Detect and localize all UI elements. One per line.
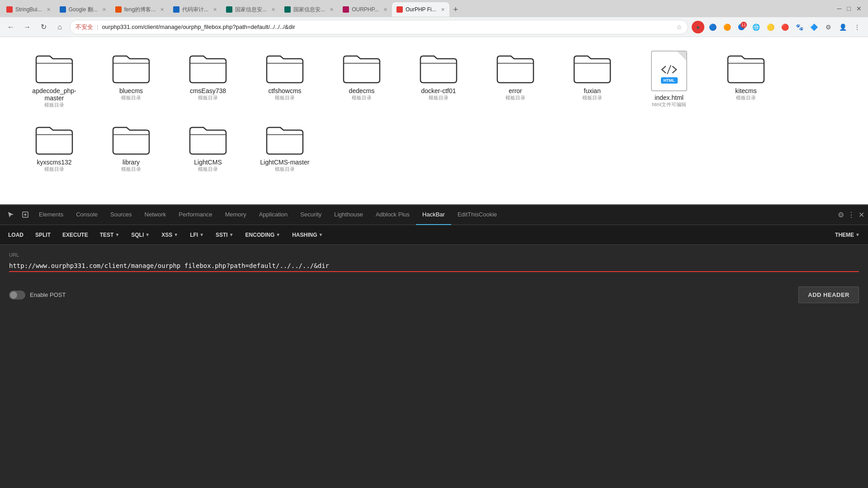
tab-codescan[interactable]: 代码审计... ✕ — [169, 2, 222, 17]
tab-close[interactable]: ✕ — [271, 7, 275, 13]
html-badge: HTML — [661, 77, 678, 84]
tab-label: 国家信息安... — [293, 6, 325, 14]
file-item-bluecms[interactable]: bluecms 模板目录 — [95, 46, 167, 113]
extension-icon-3[interactable]: 🟠 — [721, 21, 733, 33]
hackbar-test-button[interactable]: TEST ▼ — [95, 230, 124, 240]
tab-adblock[interactable]: Adblock Plus — [369, 205, 416, 225]
browser-chrome: StringBui... ✕ Google 翻... ✕ feng的博客... … — [0, 0, 868, 37]
url-label: URL — [9, 252, 859, 258]
file-item-cmseasy[interactable]: cmsEasy738 模板目录 — [172, 46, 244, 113]
tab-memory[interactable]: Memory — [219, 205, 253, 225]
folder-icon — [188, 122, 228, 156]
tab-close[interactable]: ✕ — [47, 7, 51, 13]
address-bar[interactable]: 不安全 | ourphp331.com/client/manage/ourphp… — [70, 20, 688, 34]
extension-icon-5[interactable]: 🟡 — [764, 21, 777, 33]
file-item-dedecms[interactable]: dedecms 模板目录 — [326, 46, 398, 113]
tab-close[interactable]: ✕ — [102, 7, 106, 13]
extension-icon-1[interactable]: ● — [692, 21, 704, 33]
file-item-index-html[interactable]: HTML index.html html文件可编辑 — [633, 46, 705, 113]
extension-icon-2[interactable]: 🔵 — [706, 21, 719, 33]
close-button[interactable]: ✕ — [856, 5, 862, 12]
bookmark-icon[interactable]: ☆ — [676, 23, 682, 31]
hackbar-execute-button[interactable]: EXECUTE — [58, 230, 93, 240]
tab-national2[interactable]: 国家信息安... ✕ — [280, 2, 338, 17]
folder-icon — [341, 51, 382, 84]
tab-ourphp1[interactable]: OURPHP... ✕ — [338, 2, 392, 17]
file-item-apdecode[interactable]: apdecode_php-master 模板目录 — [18, 46, 90, 113]
file-item-lightcms[interactable]: LightCMS 模板目录 — [172, 117, 244, 177]
forward-button[interactable]: → — [21, 21, 33, 33]
tab-close[interactable]: ✕ — [441, 7, 445, 13]
tab-hackbar[interactable]: HackBar — [416, 205, 451, 225]
refresh-button[interactable]: ↻ — [37, 21, 50, 33]
devtools-settings-icon[interactable]: ⚙ — [838, 211, 844, 219]
settings-icon[interactable]: ⚙ — [822, 21, 835, 33]
tab-close[interactable]: ✕ — [160, 7, 164, 13]
menu-icon[interactable]: ⋮ — [851, 21, 863, 33]
hackbar-hashing-button[interactable]: HASHING ▼ — [288, 230, 327, 240]
hackbar-ssti-button[interactable]: SSTI ▼ — [211, 230, 238, 240]
browser-nav-icons: ● 🔵 🟠 🔵 11 🌐 🟡 🔴 🐾 🔷 ⚙ 👤 ⋮ — [692, 21, 863, 33]
tab-sources[interactable]: Sources — [104, 205, 138, 225]
back-button[interactable]: ← — [5, 21, 17, 33]
tab-security[interactable]: Security — [294, 205, 328, 225]
file-item-ctfshowcms[interactable]: ctfshowcms 模板目录 — [249, 46, 321, 113]
url-display: ourphp331.com/client/manage/ourphp_fileb… — [102, 23, 673, 30]
add-header-button[interactable]: ADD HEADER — [798, 286, 859, 303]
extension-icon-8[interactable]: 🔷 — [807, 21, 820, 33]
extension-icon-4[interactable]: 🌐 — [750, 21, 762, 33]
file-item-fuxian[interactable]: fuxian 模板目录 — [556, 46, 628, 113]
devtools-close-icon[interactable]: ✕ — [859, 211, 864, 219]
hackbar-url-input[interactable] — [9, 260, 859, 272]
devtools-inspect-icon[interactable] — [18, 205, 33, 225]
tab-editthiscookie[interactable]: EditThisCookie — [451, 205, 503, 225]
tab-network[interactable]: Network — [138, 205, 173, 225]
profile-icon[interactable]: 👤 — [836, 21, 849, 33]
tab-console[interactable]: Console — [70, 205, 104, 225]
maximize-button[interactable]: □ — [847, 5, 851, 12]
file-name: kitecms — [735, 87, 756, 94]
hackbar-lfi-button[interactable]: LFI ▼ — [185, 230, 208, 240]
devtools-tab-bar: Elements Console Sources Network Perform… — [0, 205, 868, 225]
devtools-more-icon[interactable]: ⋮ — [848, 211, 855, 219]
hackbar-split-button[interactable]: SPLIT — [31, 230, 55, 240]
tab-elements[interactable]: Elements — [33, 205, 70, 225]
tab-google[interactable]: Google 翻... ✕ — [55, 2, 111, 17]
hackbar-theme-button[interactable]: THEME ▼ — [830, 230, 864, 240]
tab-stringbuilder[interactable]: StringBui... ✕ — [2, 2, 55, 17]
devtools-pointer-icon[interactable] — [4, 205, 18, 225]
file-sub: 模板目录 — [582, 94, 602, 101]
tab-ourphp-filebox[interactable]: OurPHP Fi... ✕ — [392, 2, 449, 17]
tab-close[interactable]: ✕ — [383, 7, 387, 13]
tab-lighthouse[interactable]: Lighthouse — [328, 205, 369, 225]
home-button[interactable]: ⌂ — [53, 21, 66, 33]
tab-feng[interactable]: feng的博客... ✕ — [111, 2, 169, 17]
tab-application[interactable]: Application — [253, 205, 294, 225]
tab-close[interactable]: ✕ — [330, 7, 334, 13]
extension-icon-badge[interactable]: 🔵 11 — [735, 21, 748, 33]
tab-favicon — [6, 6, 13, 13]
file-item-kyxscms[interactable]: kyxscms132 模板目录 — [18, 117, 90, 177]
hackbar-encoding-button[interactable]: ENCODING ▼ — [241, 230, 285, 240]
folder-icon — [264, 51, 305, 84]
tab-close[interactable]: ✕ — [213, 7, 217, 13]
extension-icon-7[interactable]: 🐾 — [793, 21, 806, 33]
toggle-knob — [10, 291, 17, 299]
extension-icon-6[interactable]: 🔴 — [778, 21, 791, 33]
tab-label: StringBui... — [15, 6, 42, 13]
hackbar-load-button[interactable]: LOAD — [4, 230, 28, 240]
hackbar-xss-button[interactable]: XSS ▼ — [157, 230, 183, 240]
tab-performance[interactable]: Performance — [172, 205, 218, 225]
encoding-dropdown-arrow: ▼ — [276, 232, 280, 237]
file-item-lightcms-master[interactable]: LightCMS-master 模板目录 — [249, 117, 321, 177]
file-item-error[interactable]: error 模板目录 — [479, 46, 552, 113]
file-sub: 模板目录 — [736, 94, 756, 101]
file-item-kitecms[interactable]: kitecms 模板目录 — [710, 46, 782, 113]
minimize-button[interactable]: ─ — [837, 5, 842, 12]
tab-national1[interactable]: 国家信息安... ✕ — [222, 2, 280, 17]
enable-post-toggle[interactable] — [9, 291, 25, 300]
file-item-docker[interactable]: docker-ctf01 模板目录 — [402, 46, 475, 113]
new-tab-button[interactable]: + — [449, 3, 462, 16]
file-item-library[interactable]: library 模板目录 — [95, 117, 167, 177]
hackbar-sqli-button[interactable]: SQLI ▼ — [127, 230, 154, 240]
